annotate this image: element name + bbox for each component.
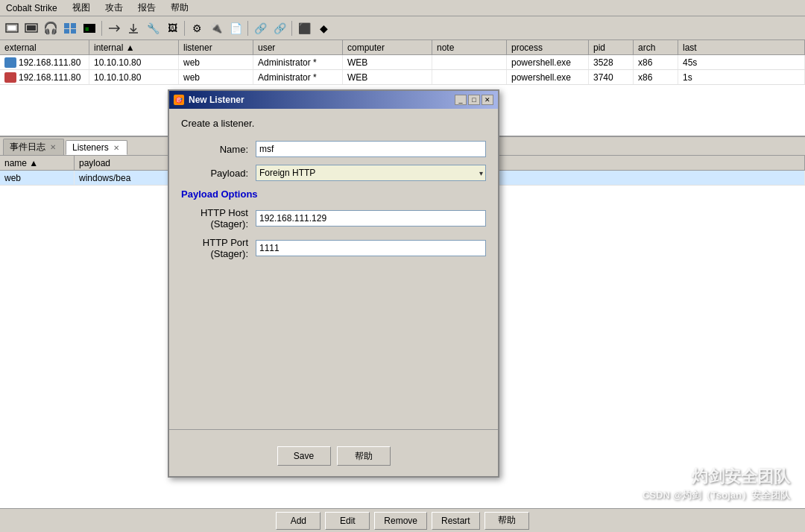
dialog-title-left: 🎯 New Listener (174, 95, 244, 105)
payload-select[interactable]: Foreign HTTP (256, 165, 486, 181)
payload-label: Payload: (181, 168, 248, 179)
name-field-row: Name: (181, 141, 486, 157)
dialog-overlay: 🎯 New Listener _ □ ✕ Create a listener. … (0, 0, 805, 532)
dialog-spacer (169, 276, 498, 425)
dialog-title: New Listener (189, 95, 244, 105)
maximize-button[interactable]: □ (468, 95, 480, 105)
help-button-dialog[interactable]: 帮助 (337, 446, 391, 466)
dialog-controls: _ □ ✕ (455, 95, 493, 105)
dialog-footer: Save 帮助 (169, 439, 498, 476)
dialog-titlebar: 🎯 New Listener _ □ ✕ (169, 91, 498, 109)
name-label: Name: (181, 144, 248, 155)
dialog-icon: 🎯 (174, 95, 184, 105)
http-host-input[interactable] (256, 210, 486, 227)
dialog-close-button[interactable]: ✕ (482, 95, 493, 105)
dialog-divider (169, 429, 498, 430)
dialog-body: Create a listener. Name: Payload: Foreig… (169, 109, 498, 276)
http-port-input[interactable] (256, 240, 486, 256)
payload-options-title: Payload Options (181, 189, 486, 200)
payload-field-row: Payload: Foreign HTTP ▾ (181, 165, 486, 181)
minimize-button[interactable]: _ (455, 95, 467, 105)
http-port-field-row: HTTP Port (Stager): (181, 237, 486, 259)
dialog-description: Create a listener. (181, 118, 486, 129)
http-host-label: HTTP Host (Stager): (181, 207, 248, 229)
save-button[interactable]: Save (277, 446, 331, 466)
payload-select-wrapper: Foreign HTTP ▾ (256, 165, 486, 181)
http-host-field-row: HTTP Host (Stager): (181, 207, 486, 229)
http-port-label: HTTP Port (Stager): (181, 237, 248, 259)
name-input[interactable] (256, 141, 486, 157)
new-listener-dialog: 🎯 New Listener _ □ ✕ Create a listener. … (168, 89, 499, 478)
